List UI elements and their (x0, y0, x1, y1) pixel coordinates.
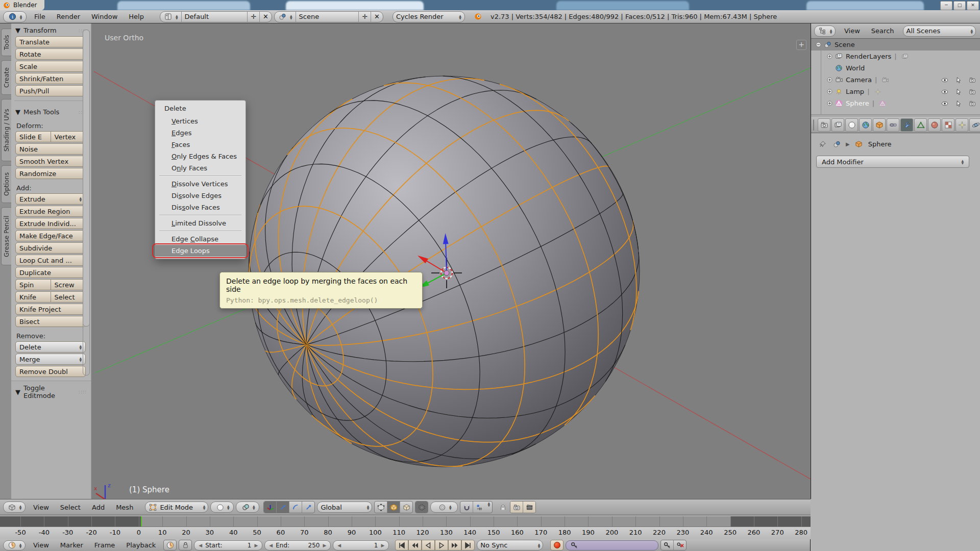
properties-tab-render-layers[interactable] (831, 118, 844, 132)
outliner-item-camera[interactable]: Camera| (811, 74, 980, 86)
properties-tab-scene[interactable] (845, 118, 858, 132)
editor-type-outliner-button[interactable]: ▲▼ (814, 26, 836, 37)
collapse-icon[interactable] (814, 40, 822, 50)
scene-selector[interactable]: ▲▼ Scene ✛ ✕ (274, 11, 383, 22)
renderability-camera-icon[interactable] (967, 75, 977, 85)
viewport-menu-view[interactable]: View (28, 504, 55, 511)
stepper-right-arrow[interactable]: ▶ (323, 543, 326, 548)
render-engine-selector[interactable]: Cycles Render ▲▼ (393, 11, 465, 22)
expand-region-icon[interactable]: + (796, 40, 806, 50)
tool-button-knife-project[interactable]: Knife Project (15, 304, 86, 315)
vertex-select-icon[interactable] (375, 502, 387, 513)
properties-tab-constraints[interactable] (887, 118, 899, 132)
orientation-selector[interactable]: Global ▲▼ (317, 502, 372, 513)
close-button[interactable]: ✕ (967, 1, 979, 10)
pivot-selector[interactable]: ▲▼ (236, 502, 259, 513)
shelf-tab-shading-uvs[interactable]: Shading / UVs (1, 99, 12, 161)
outliner-item-scene[interactable]: Scene (811, 39, 980, 51)
jump-to-start-button[interactable] (395, 540, 408, 550)
pin-icon[interactable] (817, 139, 827, 149)
visibility-eye-icon[interactable] (940, 75, 950, 85)
rotate-manipulator-icon[interactable] (289, 502, 302, 513)
properties-tab-material[interactable] (928, 118, 941, 132)
menu-item-dissolve-edges[interactable]: Dissolve Edges (155, 190, 246, 202)
menu-window[interactable]: Window (86, 13, 123, 20)
face-select-icon[interactable] (400, 502, 412, 513)
tool-button-scale[interactable]: Scale (15, 61, 86, 72)
outliner-item-sphere[interactable]: Sphere| (811, 97, 980, 109)
frame-end-stepper[interactable]: ◀ End: 250 ▶ (264, 540, 331, 550)
opengl-render-anim-icon[interactable] (523, 502, 535, 513)
editor-type-button[interactable]: i▲▼ (3, 11, 27, 22)
properties-tab-render-camera[interactable] (818, 118, 830, 132)
properties-tab-object[interactable] (873, 118, 886, 132)
menu-item-edges[interactable]: Edges (155, 127, 246, 139)
shelf-tab-grease-pencil[interactable]: Grease Pencil (1, 207, 12, 265)
outliner-item-world[interactable]: World (811, 62, 980, 74)
selectability-pointer-icon[interactable] (953, 87, 964, 97)
proportional-edit-selector[interactable]: ▲▼ (430, 502, 458, 513)
expand-icon[interactable] (825, 75, 834, 85)
keying-set-field[interactable] (566, 540, 658, 550)
frame-start-stepper[interactable]: ◀ Start: 1 ▶ (194, 540, 262, 550)
editor-type-timeline-button[interactable]: ▲▼ (3, 540, 26, 550)
viewport-menu-mesh[interactable]: Mesh (110, 504, 139, 511)
maximize-button[interactable]: □ (953, 1, 966, 10)
sync-selector[interactable]: No Sync ▲▼ (477, 540, 543, 550)
menu-item-only-faces[interactable]: Only Faces (155, 162, 246, 174)
tool-button-push-pull[interactable]: Push/Pull (15, 85, 86, 96)
transform-snap-icon[interactable] (498, 502, 508, 512)
menu-item-vertices[interactable]: Vertices (155, 115, 246, 127)
timeline-frames-strip[interactable] (0, 516, 811, 527)
viewport-shading-selector[interactable]: ▲▼ (210, 502, 234, 513)
tool-button-extrude-region[interactable]: Extrude Region (15, 206, 86, 217)
shelf-tab-tools[interactable]: Tools (1, 29, 12, 56)
outliner-filter-selector[interactable]: All Scenes ▲▼ (903, 26, 976, 37)
timeline-ruler[interactable]: -50-40-30-20-100102030405060708090100110… (0, 527, 811, 540)
jump-to-end-button[interactable] (461, 540, 475, 550)
record-button[interactable] (550, 540, 564, 550)
scale-manipulator-icon[interactable] (302, 502, 314, 513)
toggle-editmode-header[interactable]: ▼ Toggle Editmode :::: (11, 381, 91, 402)
properties-tab-physics[interactable] (969, 118, 980, 132)
tool-button-screw[interactable]: Screw (51, 279, 86, 290)
menu-file[interactable]: File (29, 13, 51, 20)
menu-item-faces[interactable]: Faces (155, 139, 246, 151)
delete-keyframe-icon[interactable] (673, 540, 686, 550)
prev-keyframe-button[interactable] (408, 540, 422, 550)
renderability-camera-icon[interactable] (967, 98, 977, 109)
opengl-render-image-icon[interactable] (510, 502, 523, 513)
selectability-pointer-icon[interactable] (953, 98, 964, 109)
tool-button-noise[interactable]: Noise (15, 143, 86, 155)
panel-grip-icon[interactable]: :::: (79, 389, 87, 394)
add-scene-button[interactable]: ✛ (358, 12, 371, 22)
shelf-tab-create[interactable]: Create (1, 60, 12, 95)
editor-type-properties-button[interactable]: ▲▼ (813, 119, 814, 131)
add-modifier-button[interactable]: Add Modifier ▲▼ (816, 156, 969, 168)
close-layout-button[interactable]: ✕ (259, 12, 272, 22)
minimize-button[interactable]: ─ (940, 1, 952, 10)
current-frame-stepper[interactable]: ◀ 1 ▶ (333, 540, 389, 550)
clock-icon[interactable] (164, 540, 176, 550)
timeline-menu-frame[interactable]: Frame (89, 541, 121, 549)
renderability-camera-icon[interactable] (967, 87, 977, 97)
play-button[interactable] (435, 540, 448, 550)
next-keyframe-button[interactable] (448, 540, 461, 550)
tool-button-smooth-vertex[interactable]: Smooth Vertex (15, 156, 86, 167)
tool-button-select[interactable]: Select (51, 291, 86, 303)
stepper-right-arrow[interactable]: ▶ (381, 543, 384, 548)
tool-button-duplicate[interactable]: Duplicate (15, 267, 86, 278)
tool-button-extrude[interactable]: Extrude▲▼ (15, 193, 86, 205)
menu-render[interactable]: Render (51, 13, 86, 20)
mode-selector[interactable]: Edit Mode ▲▼ (145, 502, 208, 513)
3d-viewport[interactable]: User Ortho (1) Sphere z x + ToolsCreateS… (0, 23, 811, 499)
expand-icon[interactable] (825, 87, 834, 97)
shelf-tab-options[interactable]: Options (1, 165, 12, 203)
screen-layout-selector[interactable]: ▲▼ Default ✛ ✕ (160, 11, 272, 22)
menu-item-only-edges-faces[interactable]: Only Edges & Faces (155, 151, 246, 162)
tool-button-remove-doubl[interactable]: Remove Doubl (15, 366, 86, 377)
viewport-menu-select[interactable]: Select (55, 504, 86, 511)
expand-icon[interactable] (825, 52, 834, 62)
tool-button-randomize[interactable]: Randomize (15, 168, 86, 179)
tool-button-extrude-individ-[interactable]: Extrude Individ... (15, 218, 86, 229)
